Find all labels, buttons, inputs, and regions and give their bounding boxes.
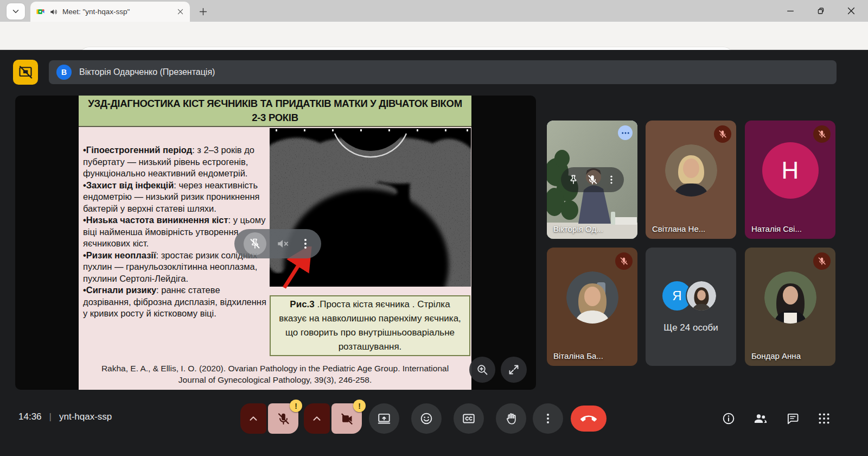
more-options-button[interactable] xyxy=(533,403,563,434)
participant-name: Бондар Анна xyxy=(751,351,801,360)
camera-toggle-button[interactable]: ! xyxy=(331,403,362,434)
presentation-more-options-button[interactable] xyxy=(299,237,312,250)
mic-warning-badge: ! xyxy=(290,400,302,412)
participant-tile[interactable]: Н Наталія Сві... xyxy=(745,121,835,239)
zoom-in-button[interactable] xyxy=(469,357,495,383)
apps-grid-icon xyxy=(819,413,829,423)
tile-hover-controls xyxy=(561,167,624,192)
window-close-button[interactable] xyxy=(840,2,863,20)
close-icon xyxy=(848,8,854,14)
reactions-button[interactable] xyxy=(411,403,442,434)
captions-icon xyxy=(463,414,474,422)
participant-tile[interactable]: Світлана Не... xyxy=(646,121,736,239)
participant-name: Віталіна Ба... xyxy=(553,351,603,360)
end-call-icon xyxy=(580,415,597,421)
overflow-avatar-photo xyxy=(687,281,716,311)
people-icon xyxy=(755,414,767,423)
participant-avatar xyxy=(566,271,618,324)
present-screen-icon xyxy=(379,414,390,423)
participant-letter-avatar: Н xyxy=(762,142,819,199)
expand-icon xyxy=(510,366,518,374)
mic-off-icon xyxy=(819,257,825,264)
emoji-icon xyxy=(422,414,432,424)
mic-off-icon[interactable] xyxy=(586,174,598,186)
slide-bullet: •Сигнали ризику: раннє статеве дозріванн… xyxy=(83,284,270,320)
captions-button[interactable] xyxy=(454,403,484,434)
meet-favicon-icon xyxy=(36,7,45,16)
presenter-banner-title: Вікторія Одарченко (Презентація) xyxy=(79,67,215,77)
unpin-button[interactable] xyxy=(244,232,266,255)
meeting-details-button[interactable] xyxy=(717,407,741,430)
new-tab-button[interactable] xyxy=(196,5,209,18)
chevron-up-icon xyxy=(251,417,257,420)
ellipsis-icon xyxy=(622,132,629,134)
chevron-down-icon xyxy=(14,10,18,13)
presenter-banner: В Вікторія Одарченко (Презентація) xyxy=(49,60,837,84)
tab-audio-icon xyxy=(49,8,58,16)
present-screen-button[interactable] xyxy=(369,403,399,434)
more-vertical-icon[interactable] xyxy=(606,174,617,185)
slide-citation: Rakha, E. A., & Ellis, I. O. (2020). Ova… xyxy=(87,363,463,385)
camera-device-chevron-button[interactable] xyxy=(304,403,330,434)
clock-time: 14:36 xyxy=(18,411,42,422)
cam-off-icon xyxy=(340,411,354,426)
presentation-hover-controls xyxy=(234,229,321,258)
participant-avatar xyxy=(665,144,717,197)
tab-close-icon[interactable] xyxy=(176,8,184,16)
window-minimize-button[interactable] xyxy=(779,2,802,20)
chat-icon xyxy=(788,414,798,423)
more-participants-tile[interactable]: Я Ще 24 особи xyxy=(646,248,736,366)
volume-off-icon[interactable] xyxy=(276,237,290,251)
expand-button[interactable] xyxy=(501,357,527,383)
mic-off-badge xyxy=(813,125,831,143)
people-button[interactable]: 30 xyxy=(749,407,773,430)
unpin-icon xyxy=(251,239,259,249)
restore-icon xyxy=(818,8,823,14)
mic-toggle-button[interactable]: ! xyxy=(268,403,298,434)
presenter-avatar: В xyxy=(56,65,72,80)
plus-icon xyxy=(200,8,206,15)
chat-button[interactable] xyxy=(781,407,805,430)
mic-off-icon xyxy=(621,257,627,264)
mic-off-badge xyxy=(813,252,831,270)
figure-caption: Рис.3 .Проста кіста яєчника . Стрілка вк… xyxy=(270,295,470,356)
mic-control-group: ! xyxy=(240,403,298,434)
window-restore-button[interactable] xyxy=(809,2,832,20)
camera-warning-badge: ! xyxy=(353,400,366,412)
tab-title: Meet: "ynt-hqax-ssp" xyxy=(62,8,172,16)
browser-address-bar: https://meet.google.com/ynt-hqax-ssp?pli… xyxy=(0,22,868,50)
participant-avatar xyxy=(764,271,816,324)
meet-bottom-toolbar: 14:36 | ynt-hqax-ssp ! ! xyxy=(0,394,868,456)
browser-tab[interactable]: Meet: "ynt-hqax-ssp" xyxy=(30,2,190,22)
participant-name: Вікторія Од... xyxy=(553,224,603,233)
zoom-in-icon xyxy=(478,365,487,374)
participant-tile[interactable]: Бондар Анна xyxy=(745,248,835,366)
divider: | xyxy=(49,411,52,422)
slide-title: УЗД-ДІАГНОСТИКА КІСТ ЯЄЧНИКІВ ТА ПРИДАТК… xyxy=(79,96,471,127)
mic-off-icon xyxy=(719,130,726,137)
participant-tile[interactable]: Віталіна Ба... xyxy=(547,248,637,366)
presentation-tile[interactable]: УЗД-ДІАГНОСТИКА КІСТ ЯЄЧНИКІВ ТА ПРИДАТК… xyxy=(15,96,536,390)
mic-device-chevron-button[interactable] xyxy=(240,403,266,434)
raise-hand-icon xyxy=(507,414,515,424)
camera-control-group: ! xyxy=(304,403,362,434)
activities-button[interactable] xyxy=(812,407,836,430)
chevron-up-icon xyxy=(314,417,320,420)
presentation-paused-button[interactable] xyxy=(13,60,38,85)
meeting-code: ynt-hqax-ssp xyxy=(59,411,112,422)
slide-bullet: •Захист від інфекцій: через неактивність… xyxy=(83,180,270,215)
pin-icon[interactable] xyxy=(567,174,579,186)
mic-off-badge xyxy=(714,125,731,143)
tile-menu-badge-button[interactable] xyxy=(618,125,633,140)
participant-tile-video[interactable]: Вікторія Од... xyxy=(547,121,637,239)
end-call-button[interactable] xyxy=(571,406,607,432)
presentation-paused-icon xyxy=(18,65,33,80)
mic-off-badge xyxy=(615,252,633,270)
participant-name: Наталія Сві... xyxy=(751,224,802,233)
tab-search-button[interactable] xyxy=(7,3,25,20)
more-participants-label: Ще 24 особи xyxy=(646,322,736,333)
participant-name: Світлана Не... xyxy=(652,224,705,233)
mic-off-icon xyxy=(819,130,825,137)
meeting-info: 14:36 | ynt-hqax-ssp xyxy=(18,411,112,422)
raise-hand-button[interactable] xyxy=(496,403,526,434)
